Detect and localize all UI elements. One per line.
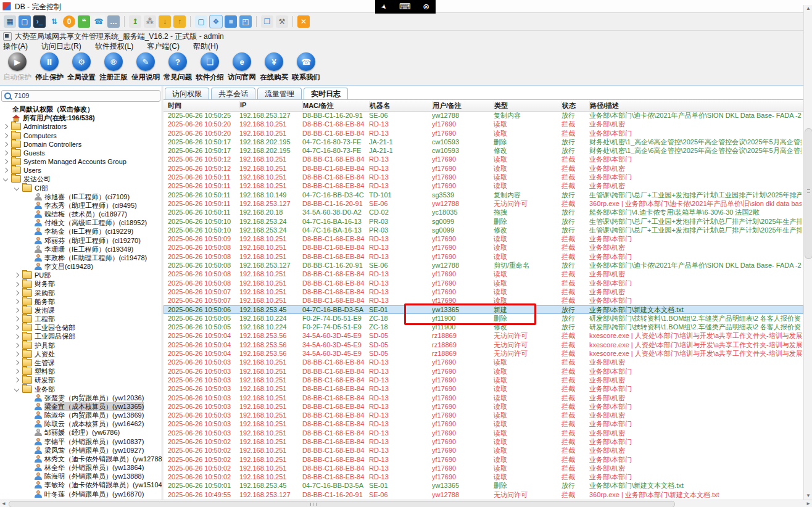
log-row[interactable]: 2025-06-26 10:50:04192.168.253.5634-5A-6… [164,340,803,349]
screen-corner-icon[interactable]: ◰ [239,15,252,28]
monitor-icon[interactable]: ▦ [4,15,16,28]
column-header[interactable]: 路径/描述 [589,101,802,110]
log-row[interactable]: 2025-06-26 10:50:09192.168.10.251D8-BB-C… [164,234,803,243]
remote-control-overlay[interactable]: ➤ ⌨ ⊗ [375,0,436,14]
tree-item[interactable]: 林秀文（迪卡侬外销跟单员）(yw12788) [0,455,162,463]
log-row[interactable]: 2025-06-26 10:50:03192.168.10.251D8-BB-C… [164,358,803,366]
tree-item[interactable]: 所有用户(在线:196/538) [0,113,162,122]
console-icon[interactable]: ›_ [33,15,46,28]
clipboard-down-icon[interactable]: ↓ [159,15,171,28]
tree-item[interactable]: 陈淑华（内贸跟单员）(yw13869) [0,411,162,419]
tree-item[interactable]: 叶冬莲（外销跟单员）(yw16870) [0,490,162,498]
chevron-right-icon[interactable] [14,334,19,339]
column-header[interactable]: 时间 [168,101,238,110]
log-row[interactable]: 2025-06-26 10:50:03192.168.10.251D8-BB-C… [164,411,803,419]
scroll-left-icon[interactable]: ◄ [0,500,7,507]
log-row[interactable]: 2025-06-26 10:50:03192.168.10.251D8-BB-C… [164,376,803,384]
tree-item[interactable]: 张楚雯（内贸跟单员）(yw12036) [0,394,162,402]
transfer-arrows-icon[interactable]: ⇅ [48,15,60,28]
tree-item[interactable]: 人资处 [0,350,162,358]
tab-流量管理[interactable]: 流量管理 [257,88,302,99]
chevron-right-icon[interactable] [14,273,19,278]
tree-item[interactable]: 李锦平（外销跟单员）(yw10837) [0,437,162,446]
tools-icon[interactable]: ⚒ [276,15,288,28]
chevron-right-icon[interactable] [14,316,19,321]
log-row[interactable]: 2025-06-26 10:50:04192.168.253.5634-5A-6… [164,349,803,358]
chevron-right-icon[interactable] [14,369,19,374]
log-row[interactable]: 2025-06-26 10:50:11192.168.253.127D8-BB-… [164,199,803,208]
vertical-scrollbar-thumb[interactable] [805,128,812,259]
tree-item[interactable]: 徐旭喜（IE工程师）(ci7109) [0,192,162,201]
chevron-down-icon[interactable] [14,185,19,190]
screen-window-icon[interactable]: ▢ [195,15,207,28]
tree-item[interactable]: 李杰秀（助理工程师）(ci9495) [0,201,162,210]
chevron-down-icon[interactable] [14,386,19,391]
close-box-icon[interactable]: ✕ [297,15,310,28]
tree-item[interactable]: 邹丽媛（经理）(yw6786) [0,428,162,437]
contact-us-button[interactable]: ☎联系我们 [290,51,322,85]
log-row[interactable]: 2025-06-26 10:50:20192.168.10.251D8-BB-C… [164,129,803,138]
column-header[interactable]: 状态 [561,101,589,110]
screen-solid-icon[interactable]: ■ [225,15,237,28]
chevron-right-icon[interactable] [14,308,19,313]
tree-item[interactable]: 李杨金（IE工程师）(ci19229) [0,227,162,236]
log-row[interactable]: 2025-06-26 10:50:20192.168.10.251D8-BB-C… [164,120,803,128]
clipboard-up-icon[interactable]: ↑ [173,15,186,28]
log-row[interactable]: 2025-06-26 10:50:08192.168.10.251D8-BB-C… [164,279,803,287]
start-protection-button[interactable]: ▶启动保护 [1,51,33,85]
search-box[interactable]: 7109 [1,90,160,102]
horizontal-scrollbar-thumb[interactable] [9,501,675,507]
tree-item[interactable]: 付维文（高级IE工程师）(ci18952) [0,218,162,227]
chat-bubbles-icon[interactable]: ❝ [78,15,90,28]
log-row[interactable]: 2025-06-26 10:50:17192.168.202.19504-7C-… [164,146,803,155]
tree-item[interactable]: 业务部 [0,385,162,394]
tree-item[interactable]: Computers [0,131,162,140]
screen-center-icon[interactable]: ❖ [210,15,222,28]
tree-item[interactable]: 发泡课 [0,306,162,315]
tree-item[interactable]: Administrators [0,122,162,131]
log-row[interactable]: 2025-06-26 10:50:03192.168.10.251D8-BB-C… [164,419,803,428]
tab-实时日志[interactable]: 实时日志 [304,88,348,99]
tree-item[interactable]: 研发部 [0,376,162,384]
log-row[interactable]: 2025-06-26 10:50:03192.168.10.251D8-BB-C… [164,367,803,376]
chevron-right-icon[interactable] [14,377,19,382]
tree-item[interactable]: 梁凤莺（外销跟单员）(yw10927) [0,446,162,455]
vertical-scrollbar[interactable]: ▲ ▼ [803,5,812,500]
log-row[interactable]: 2025-06-26 10:50:02192.168.10.251D8-BB-C… [164,455,803,464]
tree-item[interactable]: 生管课 [0,358,162,367]
remote-cursor-icon[interactable]: ➤ [377,0,391,14]
log-row[interactable]: 2025-06-26 10:50:01192.168.253.4504-7C-1… [164,481,803,490]
global-settings-button[interactable]: ⚙全局设置 [65,51,97,85]
remote-close-icon[interactable]: ⊗ [423,0,429,14]
tree-item[interactable]: 李文昌(ci19428) [0,262,162,271]
tree-item[interactable]: 李敏玲（迪卡侬外销跟单员）(yw15104) [0,480,162,489]
user-manual-button[interactable]: ✎使用说明 [130,51,162,85]
log-row[interactable]: 2025-06-26 10:50:10192.168.253.2404-7C-1… [164,226,803,234]
stop-protection-button[interactable]: Ⅱ停止保护 [33,51,65,85]
tree-item[interactable]: 财务部 [0,279,162,288]
chevron-right-icon[interactable] [3,159,8,164]
tree-item[interactable]: 发达公司 [0,175,162,183]
log-row[interactable]: 2025-06-26 10:50:25192.168.253.127D8-BB-… [164,111,803,120]
tree-item[interactable]: 全局默认权限（双击修改） [0,105,162,113]
log-row[interactable]: 2025-06-26 10:50:03192.168.10.251D8-BB-C… [164,394,803,402]
user-group-icon[interactable]: ⁂ [144,15,156,28]
menu-item[interactable]: 访问日志(R) [41,41,81,51]
chevron-right-icon[interactable] [3,124,8,129]
tab-访问权限[interactable]: 访问权限 [165,88,209,99]
message-bubble-icon[interactable]: … [107,15,120,28]
chevron-right-icon[interactable] [3,168,8,173]
chevron-down-icon[interactable] [3,176,8,181]
log-row[interactable]: 2025-06-26 10:50:02192.168.10.251D8-BB-C… [164,472,803,481]
column-header[interactable]: 类型 [494,101,561,110]
scroll-down-icon[interactable]: ▼ [804,492,812,500]
chevron-right-icon[interactable] [14,342,19,347]
tree-item[interactable]: 工程部 [0,315,162,323]
tree-item[interactable]: System Managed Accounts Group [0,157,162,166]
chevron-right-icon[interactable] [3,142,8,147]
software-intro-button[interactable]: ❏软件介绍 [194,51,226,85]
chevron-right-icon[interactable] [14,290,19,295]
column-header[interactable]: IP [239,101,302,109]
chevron-right-icon[interactable] [14,360,19,365]
tree-item[interactable]: 梁金宜（成本核算员）(yw13365) [0,402,162,411]
